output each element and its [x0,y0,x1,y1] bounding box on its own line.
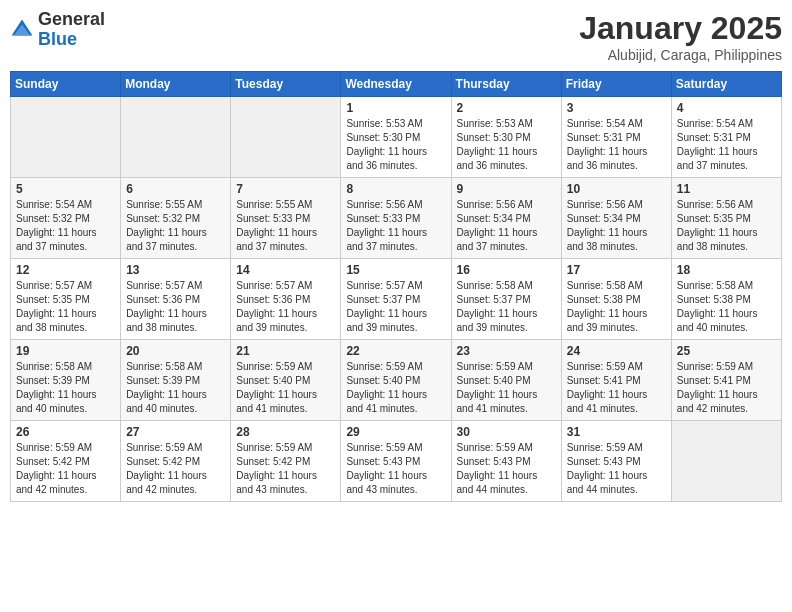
day-info: Sunrise: 5:59 AM Sunset: 5:40 PM Dayligh… [346,360,445,416]
calendar-cell: 11Sunrise: 5:56 AM Sunset: 5:35 PM Dayli… [671,178,781,259]
day-number: 5 [16,182,115,196]
calendar-cell: 4Sunrise: 5:54 AM Sunset: 5:31 PM Daylig… [671,97,781,178]
day-info: Sunrise: 5:59 AM Sunset: 5:43 PM Dayligh… [567,441,666,497]
day-info: Sunrise: 5:58 AM Sunset: 5:38 PM Dayligh… [677,279,776,335]
calendar-cell: 3Sunrise: 5:54 AM Sunset: 5:31 PM Daylig… [561,97,671,178]
day-info: Sunrise: 5:54 AM Sunset: 5:31 PM Dayligh… [677,117,776,173]
day-number: 16 [457,263,556,277]
day-number: 14 [236,263,335,277]
day-info: Sunrise: 5:56 AM Sunset: 5:33 PM Dayligh… [346,198,445,254]
day-info: Sunrise: 5:55 AM Sunset: 5:32 PM Dayligh… [126,198,225,254]
day-number: 11 [677,182,776,196]
location: Alubijid, Caraga, Philippines [579,47,782,63]
calendar-cell [121,97,231,178]
day-info: Sunrise: 5:53 AM Sunset: 5:30 PM Dayligh… [457,117,556,173]
calendar-cell: 17Sunrise: 5:58 AM Sunset: 5:38 PM Dayli… [561,259,671,340]
day-info: Sunrise: 5:56 AM Sunset: 5:34 PM Dayligh… [457,198,556,254]
day-number: 27 [126,425,225,439]
weekday-header-row: SundayMondayTuesdayWednesdayThursdayFrid… [11,72,782,97]
day-number: 24 [567,344,666,358]
day-number: 10 [567,182,666,196]
calendar-cell: 26Sunrise: 5:59 AM Sunset: 5:42 PM Dayli… [11,421,121,502]
weekday-header: Saturday [671,72,781,97]
day-info: Sunrise: 5:58 AM Sunset: 5:39 PM Dayligh… [126,360,225,416]
calendar-cell: 30Sunrise: 5:59 AM Sunset: 5:43 PM Dayli… [451,421,561,502]
calendar-cell: 8Sunrise: 5:56 AM Sunset: 5:33 PM Daylig… [341,178,451,259]
day-number: 30 [457,425,556,439]
day-info: Sunrise: 5:59 AM Sunset: 5:40 PM Dayligh… [457,360,556,416]
logo: General Blue [10,10,105,50]
day-info: Sunrise: 5:58 AM Sunset: 5:37 PM Dayligh… [457,279,556,335]
day-info: Sunrise: 5:55 AM Sunset: 5:33 PM Dayligh… [236,198,335,254]
weekday-header: Monday [121,72,231,97]
calendar-week-row: 12Sunrise: 5:57 AM Sunset: 5:35 PM Dayli… [11,259,782,340]
calendar-cell: 20Sunrise: 5:58 AM Sunset: 5:39 PM Dayli… [121,340,231,421]
day-number: 26 [16,425,115,439]
day-number: 3 [567,101,666,115]
calendar-cell: 13Sunrise: 5:57 AM Sunset: 5:36 PM Dayli… [121,259,231,340]
calendar-week-row: 1Sunrise: 5:53 AM Sunset: 5:30 PM Daylig… [11,97,782,178]
day-number: 15 [346,263,445,277]
month-title: January 2025 [579,10,782,47]
calendar-cell: 21Sunrise: 5:59 AM Sunset: 5:40 PM Dayli… [231,340,341,421]
calendar-cell: 31Sunrise: 5:59 AM Sunset: 5:43 PM Dayli… [561,421,671,502]
day-info: Sunrise: 5:59 AM Sunset: 5:42 PM Dayligh… [126,441,225,497]
calendar-cell: 14Sunrise: 5:57 AM Sunset: 5:36 PM Dayli… [231,259,341,340]
weekday-header: Tuesday [231,72,341,97]
calendar-cell: 10Sunrise: 5:56 AM Sunset: 5:34 PM Dayli… [561,178,671,259]
calendar-cell: 25Sunrise: 5:59 AM Sunset: 5:41 PM Dayli… [671,340,781,421]
calendar-cell [671,421,781,502]
calendar-cell: 6Sunrise: 5:55 AM Sunset: 5:32 PM Daylig… [121,178,231,259]
day-number: 17 [567,263,666,277]
calendar-cell: 19Sunrise: 5:58 AM Sunset: 5:39 PM Dayli… [11,340,121,421]
day-number: 2 [457,101,556,115]
day-number: 28 [236,425,335,439]
day-number: 29 [346,425,445,439]
logo-general: General [38,9,105,29]
day-info: Sunrise: 5:54 AM Sunset: 5:31 PM Dayligh… [567,117,666,173]
title-block: January 2025 Alubijid, Caraga, Philippin… [579,10,782,63]
day-number: 19 [16,344,115,358]
day-number: 23 [457,344,556,358]
day-number: 9 [457,182,556,196]
day-number: 25 [677,344,776,358]
day-number: 7 [236,182,335,196]
day-info: Sunrise: 5:58 AM Sunset: 5:39 PM Dayligh… [16,360,115,416]
calendar-cell: 16Sunrise: 5:58 AM Sunset: 5:37 PM Dayli… [451,259,561,340]
day-info: Sunrise: 5:57 AM Sunset: 5:36 PM Dayligh… [126,279,225,335]
day-number: 8 [346,182,445,196]
calendar-cell: 28Sunrise: 5:59 AM Sunset: 5:42 PM Dayli… [231,421,341,502]
calendar-cell: 12Sunrise: 5:57 AM Sunset: 5:35 PM Dayli… [11,259,121,340]
calendar-cell: 9Sunrise: 5:56 AM Sunset: 5:34 PM Daylig… [451,178,561,259]
day-info: Sunrise: 5:56 AM Sunset: 5:34 PM Dayligh… [567,198,666,254]
day-number: 12 [16,263,115,277]
day-info: Sunrise: 5:56 AM Sunset: 5:35 PM Dayligh… [677,198,776,254]
weekday-header: Thursday [451,72,561,97]
day-info: Sunrise: 5:58 AM Sunset: 5:38 PM Dayligh… [567,279,666,335]
weekday-header: Friday [561,72,671,97]
calendar-cell [11,97,121,178]
calendar-table: SundayMondayTuesdayWednesdayThursdayFrid… [10,71,782,502]
calendar-week-row: 26Sunrise: 5:59 AM Sunset: 5:42 PM Dayli… [11,421,782,502]
day-info: Sunrise: 5:59 AM Sunset: 5:41 PM Dayligh… [677,360,776,416]
day-info: Sunrise: 5:59 AM Sunset: 5:42 PM Dayligh… [16,441,115,497]
day-info: Sunrise: 5:57 AM Sunset: 5:36 PM Dayligh… [236,279,335,335]
calendar-cell: 23Sunrise: 5:59 AM Sunset: 5:40 PM Dayli… [451,340,561,421]
calendar-cell: 7Sunrise: 5:55 AM Sunset: 5:33 PM Daylig… [231,178,341,259]
day-info: Sunrise: 5:57 AM Sunset: 5:37 PM Dayligh… [346,279,445,335]
day-info: Sunrise: 5:54 AM Sunset: 5:32 PM Dayligh… [16,198,115,254]
calendar-cell: 5Sunrise: 5:54 AM Sunset: 5:32 PM Daylig… [11,178,121,259]
calendar-cell: 24Sunrise: 5:59 AM Sunset: 5:41 PM Dayli… [561,340,671,421]
day-info: Sunrise: 5:59 AM Sunset: 5:42 PM Dayligh… [236,441,335,497]
day-number: 13 [126,263,225,277]
day-number: 21 [236,344,335,358]
day-number: 1 [346,101,445,115]
day-info: Sunrise: 5:57 AM Sunset: 5:35 PM Dayligh… [16,279,115,335]
day-number: 31 [567,425,666,439]
calendar-cell: 15Sunrise: 5:57 AM Sunset: 5:37 PM Dayli… [341,259,451,340]
day-number: 18 [677,263,776,277]
page-header: General Blue January 2025 Alubijid, Cara… [10,10,782,63]
day-info: Sunrise: 5:59 AM Sunset: 5:41 PM Dayligh… [567,360,666,416]
day-info: Sunrise: 5:59 AM Sunset: 5:40 PM Dayligh… [236,360,335,416]
calendar-cell: 27Sunrise: 5:59 AM Sunset: 5:42 PM Dayli… [121,421,231,502]
